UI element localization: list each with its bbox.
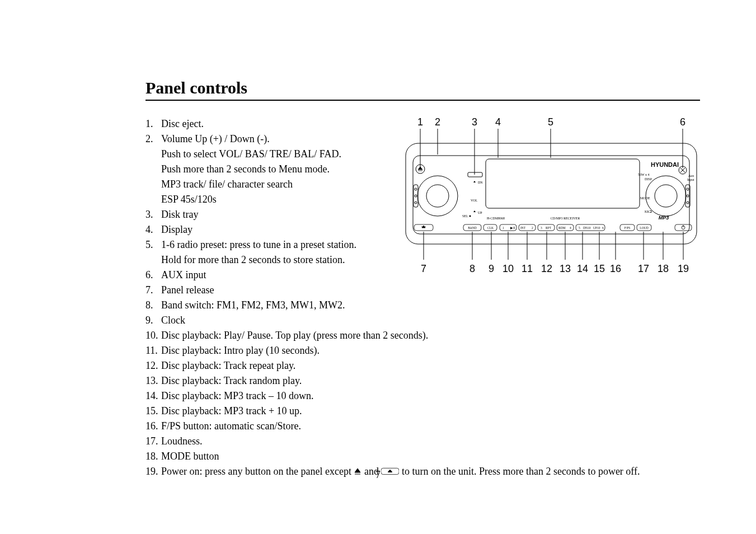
panel-diagram-figure: 1 2 3 4 5 6: [403, 112, 700, 282]
svg-point-12: [469, 216, 471, 217]
label-aux2: Input: [687, 178, 694, 181]
callout-num: 19: [678, 263, 689, 274]
controls-list-top: Disc eject. Volume Up (+) / Down (-). Pu…: [145, 116, 386, 328]
callout-num: 18: [658, 263, 669, 274]
btn-loud: LOUD: [640, 226, 648, 229]
label-model: H-CDM8068: [487, 217, 505, 220]
svg-point-31: [415, 188, 417, 190]
label-sel: SEL: [462, 214, 468, 218]
label-up: UP: [478, 211, 482, 214]
list-item: Disc playback: Play/ Pause. Top play (pr…: [145, 328, 700, 343]
item-text: 1-6 radio preset: press to tune in a pre…: [161, 239, 356, 250]
btn-6a: UP10: [593, 226, 600, 229]
btn-4a: RDM: [558, 226, 566, 229]
btn-2b: 2: [532, 226, 533, 229]
callout-num: 10: [503, 263, 514, 274]
list-item: Disc playback: Track repeat play.: [145, 358, 700, 373]
label-mode: MODE: [640, 196, 650, 200]
callout-num: 11: [522, 263, 533, 274]
svg-rect-7: [413, 156, 689, 234]
item-sub: MP3 track/ file/ character search: [161, 177, 386, 192]
item-text: Display: [161, 224, 192, 235]
label-vol: VOL: [471, 199, 478, 202]
list-item: Disc playback: MP3 track + 10 up.: [145, 404, 700, 419]
svg-point-37: [687, 202, 689, 204]
list-item: Panel release: [145, 283, 386, 298]
btn-fps: F/PS: [624, 226, 631, 229]
svg-point-35: [687, 188, 689, 190]
callout-num: 4: [495, 116, 501, 128]
callout-num: 15: [594, 263, 605, 274]
label-brand: HYUNDAI: [651, 161, 679, 168]
item-sub: Push more than 2 seconds to Menu mode.: [161, 162, 386, 177]
callout-num: 1: [417, 116, 423, 128]
svg-point-9: [426, 185, 449, 207]
controls-list-bottom: Disc playback: Play/ Pause. Top play (pr…: [145, 328, 700, 480]
callout-num: 7: [421, 263, 426, 274]
item-text: Disc eject.: [161, 118, 204, 129]
label-aux: Aux: [688, 174, 694, 177]
btn-band: BAND: [468, 226, 477, 229]
page-title: Panel controls: [145, 78, 700, 97]
btn-5b: DN10: [583, 226, 591, 229]
list-item: Clock: [145, 313, 386, 328]
svg-point-32: [415, 195, 417, 197]
btn-3a: 3: [541, 226, 542, 229]
callout-num: 2: [435, 116, 440, 128]
btn-3b: RPT: [546, 226, 552, 229]
btn-5a: 5: [579, 226, 580, 229]
list-item: Disc playback: Intro play (10 seconds).: [145, 343, 700, 358]
list-item: Band switch: FM1, FM2, FM3, MW1, MW2.: [145, 298, 386, 313]
list-item: Disc eject.: [145, 116, 386, 132]
callout-num: 12: [541, 263, 552, 274]
callout-num: 9: [489, 263, 494, 274]
title-rule: [145, 100, 700, 101]
svg-rect-11: [468, 172, 482, 177]
page-number: 7: [0, 469, 756, 481]
item-sub: ESP 45s/120s: [161, 192, 386, 207]
list-item: AUX input: [145, 268, 386, 283]
item-sub: Hold for more than 2 seconds to store st…: [161, 252, 386, 268]
svg-rect-13: [486, 159, 640, 208]
item-text: Clock: [161, 315, 185, 326]
svg-point-36: [687, 195, 689, 197]
item-text: F/PS button: automatic scan/Store.: [161, 420, 301, 432]
callout-num: 8: [469, 263, 475, 274]
item-text: Disc playback: Play/ Pause. Top play (pr…: [161, 330, 428, 341]
label-disp: DISP: [645, 177, 652, 181]
item-text: Disc playback: Intro play (10 seconds).: [161, 345, 320, 356]
item-text: Loudness.: [161, 435, 203, 447]
label-receiver: CD/MP3 RECEIVER: [551, 217, 580, 220]
btn-1b: ▶II: [510, 226, 515, 229]
item-text: Panel release: [161, 284, 214, 296]
callout-num: 6: [680, 116, 685, 128]
item-text: AUX input: [161, 269, 206, 280]
panel-diagram: 1 2 3 4 5 6: [403, 112, 699, 280]
btn-1a: 1: [503, 226, 504, 229]
list-item: MODE button: [145, 449, 700, 464]
item-sub: Push to select VOL/ BAS/ TRE/ BAL/ FAD.: [161, 147, 386, 162]
item-text: Disk tray: [161, 209, 199, 220]
list-item: Loudness.: [145, 434, 700, 449]
label-kks: KKƆ: [645, 210, 652, 213]
label-dn: DN: [478, 181, 483, 184]
list-item: F/PS button: automatic scan/Store.: [145, 419, 700, 434]
callout-num: 17: [638, 263, 649, 274]
callout-num: 14: [577, 263, 588, 274]
list-item: Disc playback: Track random play.: [145, 373, 700, 388]
btn-6b: 6: [602, 226, 604, 229]
svg-point-15: [655, 185, 677, 207]
callout-num: 3: [472, 116, 477, 128]
item-text: Disc playback: MP3 track – 10 down.: [161, 390, 313, 401]
list-item: Disk tray: [145, 207, 386, 222]
btn-2a: INT: [520, 226, 526, 229]
callout-num: 16: [610, 263, 621, 274]
btn-clk: CLK: [487, 226, 494, 229]
item-text: Volume Up (+) / Down (-).: [161, 133, 270, 144]
list-item: Display: [145, 222, 386, 237]
btn-4b: 4: [570, 226, 571, 229]
callout-num: 13: [560, 263, 571, 274]
item-text: Disc playback: MP3 track + 10 up.: [161, 405, 302, 416]
list-item: 1-6 radio preset: press to tune in a pre…: [145, 237, 386, 268]
list-item: Disc playback: MP3 track – 10 down.: [145, 388, 700, 404]
